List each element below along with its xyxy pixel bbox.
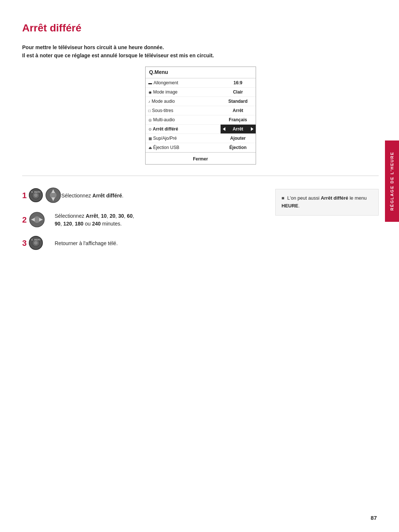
menu-value-sous-titres: Arrêt — [221, 106, 256, 115]
section-divider — [22, 176, 379, 176]
icon-sup — [149, 136, 152, 141]
icon-sous-titres — [149, 108, 151, 113]
menu-value-multi-audio: Français — [221, 115, 256, 124]
svg-point-1 — [34, 193, 38, 197]
icon-multi-audio — [149, 117, 152, 122]
steps-right: ■ L'on peut aussi Arrêt différé le menu … — [275, 187, 379, 216]
page: RÉGLAGE DE L'HEURE Arrêt différé Pour me… — [0, 0, 399, 532]
menu-value-allongement: 16:9 — [221, 78, 256, 87]
sidebar-text-container: RÉGLAGE DE L'HEURE — [385, 142, 399, 220]
page-number: 87 — [371, 515, 377, 521]
nav-updown-icon — [45, 187, 61, 203]
menu-label-allongement: Allongement — [146, 78, 221, 87]
step-2-text: Sélectionnez Arrêt, 10, 20, 30, 60, 90, … — [55, 211, 134, 228]
step-2: 2 — [22, 211, 260, 228]
note-bullet: ■ — [282, 195, 286, 201]
sidebar-label: RÉGLAGE DE L'HEURE — [390, 152, 394, 211]
arrow-left-icon — [223, 127, 225, 131]
icon-allongement — [149, 80, 152, 85]
main-content: Arrêt différé Pour mettre le téléviseur … — [22, 22, 379, 258]
note-text: L'on peut aussi Arrêt différé le menu HE… — [282, 195, 366, 209]
menu-box-wrapper: Q.Menu Allongement 16:9 Mode image Clai — [22, 67, 379, 165]
icon-mode-audio — [149, 99, 150, 104]
nav-lr-svg — [29, 211, 45, 228]
menu-label-sous-titres: Sous-titres — [146, 106, 221, 115]
menu-label-arret-differe: Arrêt différé — [146, 125, 221, 133]
nav-leftright-icon — [29, 211, 45, 228]
qmenu-box: Q.Menu Allongement 16:9 Mode image Clai — [145, 67, 256, 165]
menu-label-multi-audio: Multi-audio — [146, 115, 221, 124]
menu-label-sup: Sup/Ajo/Pré — [146, 134, 221, 143]
menu-row-allongement: Allongement 16:9 — [146, 78, 256, 88]
qmenu-button-icon-2: Q. MENU — [29, 236, 43, 250]
qmenu-title: Q.Menu — [146, 67, 256, 78]
icon-mode-image — [149, 89, 152, 95]
menu-value-sup: Ajouter — [221, 134, 256, 143]
svg-point-11 — [34, 241, 38, 245]
step-3-text: Retourner à l'affichage télé. — [55, 239, 118, 247]
menu-row-sous-titres: Sous-titres Arrêt — [146, 106, 256, 115]
step-1: 1 Q. MENU — [22, 187, 260, 203]
icon-arret-differe — [149, 126, 151, 132]
menu-value-mode-image: Clair — [221, 88, 256, 96]
intro-line2: Il est à noter que ce réglage est annulé… — [22, 52, 379, 58]
qmenu-label-icon-2: Q. MENU — [31, 238, 41, 241]
step-1-icons: Q. MENU — [29, 187, 61, 203]
menu-row-multi-audio: Multi-audio Français — [146, 115, 256, 125]
intro-line1: Pour mettre le téléviseur hors circuit à… — [22, 44, 379, 50]
step-1-text: Sélectionnez Arrêt différé. — [61, 191, 123, 200]
menu-footer: Fermer — [146, 152, 256, 164]
qmenu-button-icon: Q. MENU — [29, 188, 43, 202]
steps-section: 1 Q. MENU — [22, 187, 379, 258]
step-2-number: 2 — [22, 216, 29, 224]
step-1-number: 1 — [22, 192, 29, 200]
step-3: 3 Q. MENU Retourner à l'affichage télé. — [22, 236, 260, 250]
qmenu-label-icon: Q. MENU — [31, 191, 41, 193]
steps-left: 1 Q. MENU — [22, 187, 260, 258]
menu-row-mode-image: Mode image Clair — [146, 88, 256, 97]
menu-close-button[interactable]: Fermer — [193, 156, 208, 162]
nav-circle-svg — [45, 187, 61, 203]
arret-differe-value: Arrêt — [233, 126, 243, 132]
page-title: Arrêt différé — [22, 22, 379, 34]
menu-value-arret-differe: Arrêt — [221, 125, 256, 133]
menu-row-sup: Sup/Ajo/Pré Ajouter — [146, 134, 256, 143]
step-2-icons — [29, 211, 55, 228]
menu-row-arret-differe: Arrêt différé Arrêt — [146, 125, 256, 134]
note-box: ■ L'on peut aussi Arrêt différé le menu … — [275, 189, 379, 216]
menu-label-ejection: Éjection USB — [146, 143, 221, 152]
menu-value-ejection: Éjection — [221, 143, 256, 152]
menu-label-mode-audio: Mode audio — [146, 97, 221, 106]
arrow-right-icon — [251, 127, 253, 131]
menu-value-mode-audio: Standard — [221, 97, 256, 106]
menu-row-mode-audio: Mode audio Standard — [146, 97, 256, 106]
icon-ejection — [149, 145, 152, 150]
menu-row-ejection: Éjection USB Éjection — [146, 143, 256, 152]
step-3-number: 3 — [22, 239, 29, 247]
menu-label-mode-image: Mode image — [146, 88, 221, 96]
step-3-icons: Q. MENU — [29, 236, 55, 250]
